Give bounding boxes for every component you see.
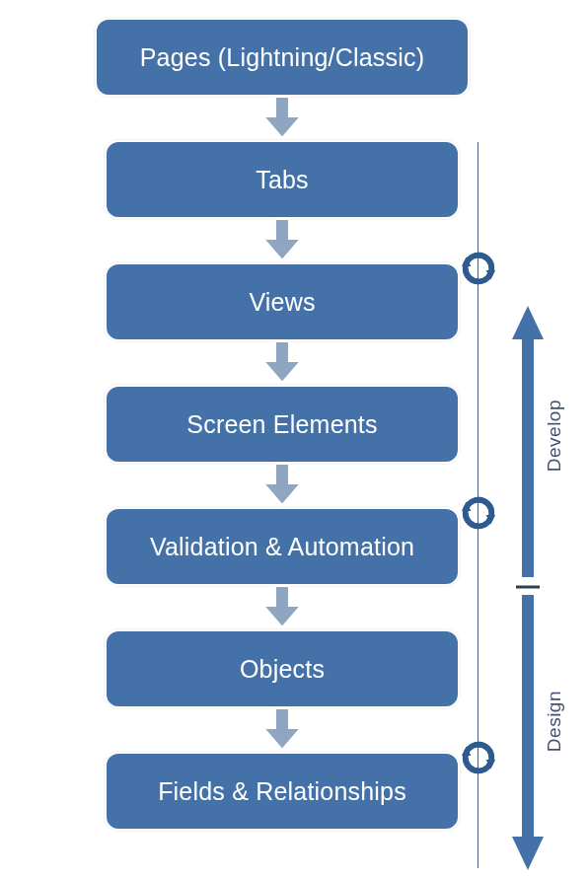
cycle-icon xyxy=(460,739,497,776)
develop-arrow xyxy=(508,306,548,582)
box-validation-automation: Validation & Automation xyxy=(105,507,460,586)
phase-label-develop: Develop xyxy=(544,400,565,472)
box-label: Screen Elements xyxy=(186,410,377,439)
box-views: Views xyxy=(105,262,460,341)
box-objects: Objects xyxy=(105,629,460,708)
box-label: Pages (Lightning/Classic) xyxy=(140,43,424,72)
down-arrow-icon xyxy=(105,464,460,507)
box-screen-elements: Screen Elements xyxy=(105,385,460,464)
down-arrow-icon xyxy=(105,586,460,629)
box-fields-relationships: Fields & Relationships xyxy=(105,752,460,831)
box-label: Objects xyxy=(240,655,325,684)
flowchart: Pages (Lightning/Classic) Tabs Views Scr… xyxy=(105,18,460,831)
cycle-icon xyxy=(460,250,497,287)
box-tabs: Tabs xyxy=(105,140,460,219)
phase-divider-tick xyxy=(508,582,548,592)
box-label: Fields & Relationships xyxy=(158,777,406,806)
phase-label-design: Design xyxy=(544,691,565,752)
cycle-icon xyxy=(460,494,497,532)
down-arrow-icon xyxy=(105,341,460,385)
down-arrow-icon xyxy=(105,708,460,752)
box-pages: Pages (Lightning/Classic) xyxy=(95,18,470,97)
down-arrow-icon xyxy=(105,97,460,140)
box-label: Tabs xyxy=(256,166,309,194)
down-arrow-icon xyxy=(105,219,460,262)
box-label: Views xyxy=(249,288,315,317)
design-arrow xyxy=(508,590,548,871)
box-label: Validation & Automation xyxy=(150,533,414,561)
